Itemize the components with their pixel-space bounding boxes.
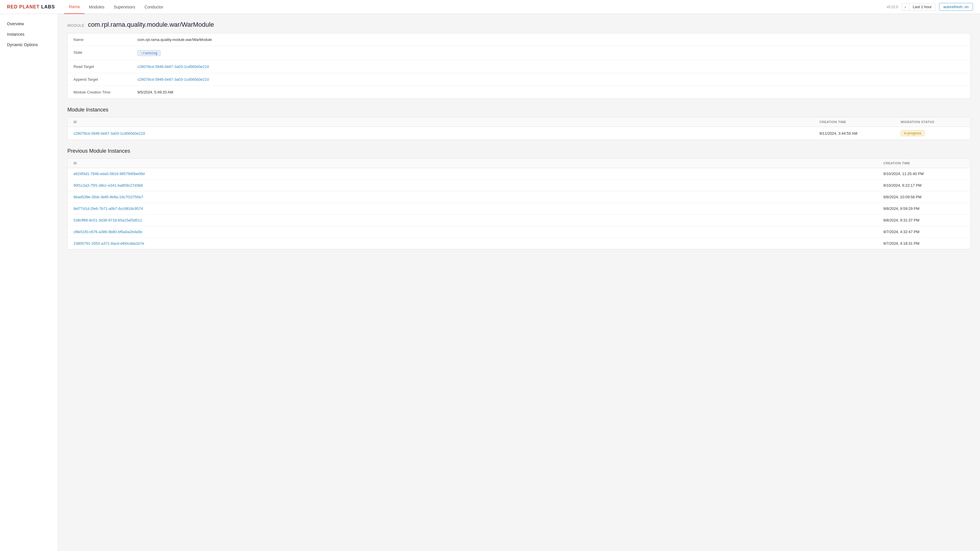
module-instances-title: Module Instances xyxy=(67,107,971,113)
module-instances-header: ID CREATION TIME MIGRATION STATUS xyxy=(68,117,970,127)
info-key-creation-time: Module Creation Time xyxy=(73,90,137,94)
sidebar-item-instances[interactable]: Instances xyxy=(0,29,58,40)
table-row: e624f3d1-7846-eda5-0816-9857940be08d 9/1… xyxy=(68,168,970,180)
previous-instances-table: ID CREATION TIME e624f3d1-7846-eda5-0816… xyxy=(67,158,971,249)
table-row: 538cff66-8c51-3d38-9718-65a15ef3d511 9/8… xyxy=(68,214,970,226)
info-row-append-target: Append Target c28078cd-3946-0e87-3a03-1c… xyxy=(68,73,970,86)
table-row: 8ef77d1d-2fe6-7b71-a0b7-6cc9818c9574 9/8… xyxy=(68,203,970,214)
info-key-append-target: Append Target xyxy=(73,77,137,82)
nav-supervisors[interactable]: Supervisors xyxy=(109,0,140,14)
prev-instance-id-link-4[interactable]: 538cff66-8c51-3d38-9718-65a15ef3d511 xyxy=(73,218,883,222)
module-label: MODULE xyxy=(67,23,84,28)
info-key-state: State xyxy=(73,50,137,56)
logo: RED PLANET LABS xyxy=(7,4,55,10)
module-info-table: Name com.rpl.rama.quality.module.war/War… xyxy=(67,33,971,99)
prev-instance-creation-time-2: 9/8/2024, 10:09:58 PM xyxy=(883,195,965,199)
previous-instances-header: ID CREATION TIME xyxy=(68,159,970,168)
prev-instance-id-link-3[interactable]: 8ef77d1d-2fe6-7b71-a0b7-6cc9818c9574 xyxy=(73,206,883,211)
sidebar: Overview Instances Dynamic Options xyxy=(0,14,58,551)
info-key-name: Name xyxy=(73,37,137,42)
table-row: 23805791-2053-a371-8acd-efb0cdda1b7e 9/7… xyxy=(68,238,970,249)
previous-instances-title: Previous Module Instances xyxy=(67,148,971,154)
prev-instance-id-link-6[interactable]: 23805791-2053-a371-8acd-efb0cdda1b7e xyxy=(73,241,883,246)
prev-th-id: ID xyxy=(73,161,883,165)
info-value-read-target[interactable]: c28078cd-3946-0e87-3a03-1cd560d3e210 xyxy=(137,64,209,69)
info-value-creation-time: 9/5/2024, 5:49:20 AM xyxy=(137,90,173,94)
table-row: cf8e51f0-c676-a386-9b80-bf5a0a2b4a5b 9/7… xyxy=(68,226,970,238)
prev-instance-creation-time-6: 9/7/2024, 4:18:31 PM xyxy=(883,241,965,246)
logo-red: RED PLANET xyxy=(7,4,41,9)
sidebar-item-dynamic-options[interactable]: Dynamic Options xyxy=(0,40,58,50)
time-range-label: Last 1 hour xyxy=(909,3,935,10)
th-id: ID xyxy=(73,120,819,124)
nav-rama[interactable]: Rama xyxy=(64,0,84,14)
nav-modules[interactable]: Modules xyxy=(84,0,109,14)
instance-creation-time: 9/11/2024, 3:44:55 AM xyxy=(819,131,901,136)
info-row-read-target: Read Target c28078cd-3946-0e87-3a03-1cd5… xyxy=(68,60,970,73)
prev-instance-creation-time-4: 9/8/2024, 9:31:37 PM xyxy=(883,218,965,222)
prev-instance-id-link-5[interactable]: cf8e51f0-c676-a386-9b80-bf5a0a2b4a5b xyxy=(73,230,883,234)
info-row-state: State :running xyxy=(68,46,970,60)
info-value-append-target[interactable]: c28078cd-3946-0e87-3a03-1cd560d3e210 xyxy=(137,77,209,82)
instance-id-link[interactable]: c28078cd-3946-0e87-3a03-1cd560d3e210 xyxy=(73,131,819,136)
instance-migration-status: in-progress xyxy=(901,130,965,136)
table-row: 6bad539e-35dc-8ef0-4b9a-19c7f10750e7 9/8… xyxy=(68,191,970,203)
prev-instance-creation-time-1: 9/10/2024, 6:22:17 PM xyxy=(883,183,965,187)
table-row: c28078cd-3946-0e87-3a03-1cd560d3e210 9/1… xyxy=(68,127,970,140)
module-title: com.rpl.rama.quality.module.war/WarModul… xyxy=(88,21,214,29)
table-row: 90f1c2a3-75f1-d8cc-e341-ba859c27d3b8 9/1… xyxy=(68,180,970,191)
prev-instance-id-link-0[interactable]: e624f3d1-7846-eda5-0816-9857940be08d xyxy=(73,171,883,176)
header: RED PLANET LABS Rama Modules Supervisors… xyxy=(0,0,980,14)
main-nav: Rama Modules Supervisors Conductor xyxy=(64,0,886,14)
th-creation-time: CREATION TIME xyxy=(819,120,901,124)
info-row-name: Name com.rpl.rama.quality.module.war/War… xyxy=(68,33,970,46)
module-instances-table: ID CREATION TIME MIGRATION STATUS c28078… xyxy=(67,117,971,140)
info-value-state: :running xyxy=(137,50,161,56)
th-migration-status: MIGRATION STATUS xyxy=(901,120,965,124)
prev-th-creation-time: CREATION TIME xyxy=(883,161,965,165)
previous-instances-rows: e624f3d1-7846-eda5-0816-9857940be08d 9/1… xyxy=(68,168,970,249)
main-content: MODULE com.rpl.rama.quality.module.war/W… xyxy=(58,14,980,551)
header-right: v0.22.0 ‹ Last 1 hour autorefresh: on xyxy=(886,3,973,11)
state-badge: :running xyxy=(137,50,161,56)
info-key-read-target: Read Target xyxy=(73,64,137,69)
info-row-creation-time: Module Creation Time 9/5/2024, 5:49:20 A… xyxy=(68,86,970,98)
autorefresh-button[interactable]: autorefresh: on xyxy=(939,3,973,11)
prev-instance-id-link-2[interactable]: 6bad539e-35dc-8ef0-4b9a-19c7f10750e7 xyxy=(73,195,883,199)
prev-instance-creation-time-3: 9/8/2024, 9:59:29 PM xyxy=(883,206,965,211)
time-nav-back-button[interactable]: ‹ xyxy=(902,3,909,10)
prev-instance-creation-time-5: 9/7/2024, 4:32:47 PM xyxy=(883,230,965,234)
module-header: MODULE com.rpl.rama.quality.module.war/W… xyxy=(67,21,971,29)
time-nav: ‹ Last 1 hour xyxy=(902,3,935,11)
layout: Overview Instances Dynamic Options MODUL… xyxy=(0,14,980,551)
nav-conductor[interactable]: Conductor xyxy=(140,0,168,14)
sidebar-item-overview[interactable]: Overview xyxy=(0,19,58,29)
prev-instance-creation-time-0: 9/10/2024, 11:25:40 PM xyxy=(883,171,965,176)
migration-badge: in-progress xyxy=(901,130,924,136)
info-value-name: com.rpl.rama.quality.module.war/WarModul… xyxy=(137,37,212,42)
prev-instance-id-link-1[interactable]: 90f1c2a3-75f1-d8cc-e341-ba859c27d3b8 xyxy=(73,183,883,187)
version-badge: v0.22.0 xyxy=(886,5,898,9)
